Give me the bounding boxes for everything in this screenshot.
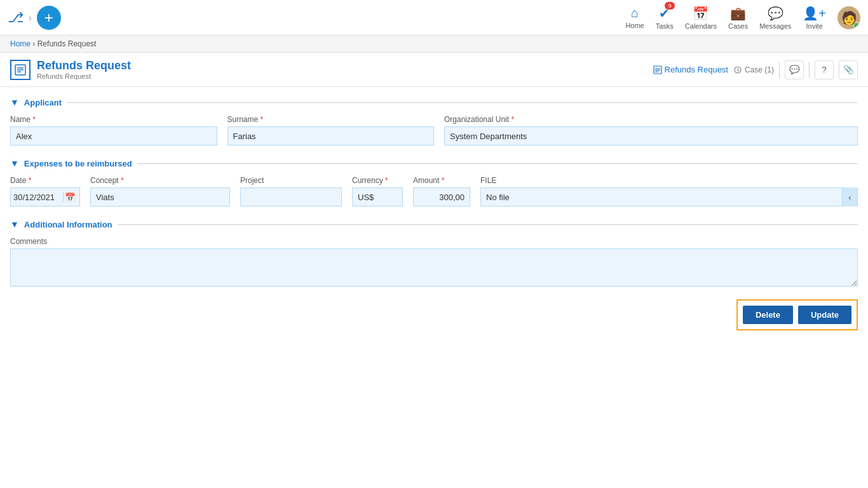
- cases-icon: 💼: [730, 6, 746, 21]
- case-label: Case (1): [745, 65, 774, 74]
- pin-icon: [733, 65, 742, 74]
- update-button[interactable]: Update: [798, 306, 851, 324]
- concept-required: *: [121, 176, 124, 185]
- file-label: FILE: [480, 176, 858, 185]
- comment-button[interactable]: 💬: [785, 60, 804, 79]
- actions-wrapper: Delete Update: [10, 299, 858, 330]
- page-subtitle: Refunds Request: [37, 72, 131, 80]
- breadcrumb-separator: ›: [32, 39, 37, 48]
- org-field: Organizational Unit *: [444, 115, 858, 146]
- home-icon: ⌂: [631, 6, 639, 20]
- additional-section-header: ▼ Additional Information: [10, 219, 858, 229]
- additional-toggle[interactable]: ▼: [10, 219, 19, 229]
- page-header-left: Refunds Request Refunds Request: [10, 59, 131, 80]
- file-field: FILE No file ‹: [480, 176, 858, 207]
- home-label: Home: [625, 22, 644, 29]
- name-input[interactable]: [10, 126, 217, 146]
- attachment-button[interactable]: 📎: [839, 60, 858, 79]
- tree-icon: ⎇: [8, 10, 24, 26]
- calendars-label: Calendars: [685, 22, 717, 30]
- topnav-right: ⌂ Home ✔ 9 Tasks 📅 Calendars 💼 Cases 💬 M…: [625, 6, 860, 30]
- breadcrumb: Home › Refunds Request: [0, 36, 868, 53]
- breadcrumb-home[interactable]: Home: [10, 39, 31, 48]
- additional-title: Additional Information: [24, 220, 112, 229]
- applicant-title: Applicant: [24, 98, 62, 107]
- amount-field: Amount *: [413, 176, 470, 207]
- surname-required: *: [261, 115, 264, 124]
- nav-messages[interactable]: 💬 Messages: [759, 6, 791, 30]
- date-label: Date *: [10, 176, 80, 185]
- calendars-icon: 📅: [693, 6, 709, 21]
- header-divider: [779, 62, 780, 78]
- invite-icon: 👤+: [803, 6, 826, 21]
- file-browse-button[interactable]: ‹: [842, 187, 857, 207]
- surname-field: Surname *: [227, 115, 435, 146]
- main-content: ▼ Applicant Name * Surname * Organizatio…: [0, 87, 868, 341]
- applicant-section-header: ▼ Applicant: [10, 97, 858, 107]
- avatar-online-indicator: [853, 22, 860, 29]
- add-button[interactable]: +: [37, 6, 61, 30]
- tasks-badge: 9: [665, 2, 675, 10]
- date-wrapper: 📅: [10, 187, 80, 207]
- page-header-right: Refunds Request Case (1) 💬 ? 📎: [653, 60, 858, 79]
- comments-label: Comments: [10, 237, 858, 246]
- nav-invite[interactable]: 👤+ Invite: [803, 6, 826, 30]
- avatar[interactable]: 🧑: [837, 6, 860, 29]
- org-input[interactable]: [444, 126, 858, 146]
- header-divider2: [809, 62, 810, 78]
- page-title: Refunds Request: [37, 59, 131, 72]
- help-button[interactable]: ?: [815, 60, 834, 79]
- org-label: Organizational Unit *: [444, 115, 858, 124]
- cases-label: Cases: [728, 22, 748, 30]
- header-right-link-text: Refunds Request: [665, 65, 728, 74]
- file-input-text: No file: [481, 193, 842, 202]
- expenses-fields-row: Date * 📅 Concept * Project Currency: [10, 176, 858, 207]
- concept-field: Concept *: [90, 176, 230, 207]
- topnav: ⎇ › + ⌂ Home ✔ 9 Tasks 📅 Calendars 💼 Cas…: [0, 0, 868, 36]
- applicant-section: ▼ Applicant Name * Surname * Organizatio…: [10, 97, 858, 146]
- action-buttons-container: Delete Update: [736, 299, 858, 330]
- name-field: Name *: [10, 115, 217, 146]
- expenses-toggle[interactable]: ▼: [10, 158, 19, 168]
- date-calendar-button[interactable]: 📅: [63, 193, 77, 202]
- file-input-wrapper: No file ‹: [480, 187, 858, 207]
- applicant-fields-row: Name * Surname * Organizational Unit *: [10, 115, 858, 146]
- link-form-icon: [653, 65, 662, 74]
- expenses-section: ▼ Expenses to be reimbursed Date * 📅 Con…: [10, 158, 858, 207]
- nav-home[interactable]: ⌂ Home: [625, 6, 644, 29]
- concept-input[interactable]: [90, 187, 230, 207]
- nav-tasks[interactable]: ✔ 9 Tasks: [656, 6, 674, 30]
- case-link[interactable]: Case (1): [733, 65, 774, 74]
- delete-button[interactable]: Delete: [743, 306, 793, 324]
- page-header: Refunds Request Refunds Request Refunds …: [0, 53, 868, 87]
- nav-calendars[interactable]: 📅 Calendars: [685, 6, 717, 30]
- tasks-icon: ✔ 9: [659, 6, 670, 21]
- refunds-request-link[interactable]: Refunds Request: [653, 65, 728, 74]
- org-required: *: [511, 115, 514, 124]
- date-field: Date * 📅: [10, 176, 80, 207]
- amount-required: *: [442, 176, 445, 185]
- project-label: Project: [240, 176, 342, 185]
- expenses-divider: [137, 163, 858, 164]
- amount-label: Amount *: [413, 176, 470, 185]
- nav-cases[interactable]: 💼 Cases: [728, 6, 748, 30]
- project-input[interactable]: [240, 187, 342, 207]
- currency-input[interactable]: [352, 187, 403, 207]
- tasks-label: Tasks: [656, 22, 674, 30]
- currency-field: Currency *: [352, 176, 403, 207]
- additional-divider: [118, 224, 858, 225]
- additional-section: ▼ Additional Information Comments: [10, 219, 858, 287]
- page-title-block: Refunds Request Refunds Request: [37, 59, 131, 80]
- concept-label: Concept *: [90, 176, 230, 185]
- topnav-left: ⎇ › +: [8, 6, 625, 30]
- surname-input[interactable]: [227, 126, 435, 146]
- name-required: *: [32, 115, 36, 124]
- project-field: Project: [240, 176, 342, 207]
- currency-label: Currency *: [352, 176, 403, 185]
- applicant-toggle[interactable]: ▼: [10, 97, 19, 107]
- date-required: *: [29, 176, 32, 185]
- comments-textarea[interactable]: [10, 248, 858, 287]
- date-input[interactable]: [11, 188, 63, 206]
- amount-input[interactable]: [413, 187, 470, 207]
- form-icon: [10, 60, 31, 80]
